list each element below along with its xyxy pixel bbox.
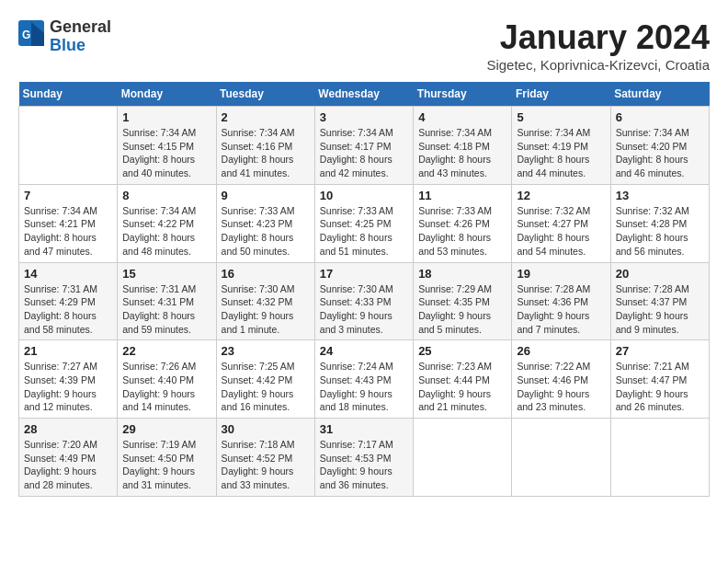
calendar-cell: 27Sunrise: 7:21 AMSunset: 4:47 PMDayligh…	[610, 340, 709, 419]
calendar-cell: 2Sunrise: 7:34 AMSunset: 4:16 PMDaylight…	[216, 107, 314, 185]
calendar-body: 1Sunrise: 7:34 AMSunset: 4:15 PMDaylight…	[19, 107, 710, 497]
logo-general: General	[50, 18, 111, 37]
weekday-header: Wednesday	[314, 82, 413, 107]
weekday-header: Thursday	[414, 82, 512, 107]
cell-info: Sunrise: 7:33 AMSunset: 4:25 PMDaylight:…	[320, 204, 408, 259]
cell-info: Sunrise: 7:25 AMSunset: 4:42 PMDaylight:…	[222, 360, 310, 414]
calendar-cell: 13Sunrise: 7:32 AMSunset: 4:28 PMDayligh…	[610, 184, 709, 262]
day-number: 17	[320, 267, 408, 281]
calendar-cell: 3Sunrise: 7:34 AMSunset: 4:17 PMDaylight…	[314, 107, 413, 185]
calendar-week-row: 28Sunrise: 7:20 AMSunset: 4:49 PMDayligh…	[19, 419, 710, 497]
cell-info: Sunrise: 7:34 AMSunset: 4:20 PMDaylight:…	[616, 126, 704, 180]
calendar-cell: 18Sunrise: 7:29 AMSunset: 4:35 PMDayligh…	[414, 262, 512, 340]
cell-info: Sunrise: 7:17 AMSunset: 4:53 PMDaylight:…	[320, 438, 408, 492]
day-number: 31	[320, 422, 408, 436]
day-number: 5	[517, 110, 605, 124]
cell-info: Sunrise: 7:34 AMSunset: 4:17 PMDaylight:…	[320, 126, 408, 180]
calendar-cell: 24Sunrise: 7:24 AMSunset: 4:43 PMDayligh…	[314, 340, 413, 419]
day-number: 3	[320, 110, 408, 124]
calendar-cell: 9Sunrise: 7:33 AMSunset: 4:23 PMDaylight…	[216, 184, 314, 262]
month-title: January 2024	[486, 18, 710, 57]
logo-icon: G	[18, 20, 46, 52]
cell-info: Sunrise: 7:33 AMSunset: 4:26 PMDaylight:…	[418, 204, 506, 259]
cell-info: Sunrise: 7:34 AMSunset: 4:15 PMDaylight:…	[122, 126, 210, 180]
calendar-cell: 26Sunrise: 7:22 AMSunset: 4:46 PMDayligh…	[512, 340, 610, 419]
calendar-cell: 11Sunrise: 7:33 AMSunset: 4:26 PMDayligh…	[414, 184, 512, 262]
cell-info: Sunrise: 7:28 AMSunset: 4:37 PMDaylight:…	[616, 282, 704, 337]
cell-info: Sunrise: 7:20 AMSunset: 4:49 PMDaylight:…	[24, 438, 112, 492]
calendar-cell: 20Sunrise: 7:28 AMSunset: 4:37 PMDayligh…	[610, 262, 709, 340]
calendar-cell: 21Sunrise: 7:27 AMSunset: 4:39 PMDayligh…	[19, 340, 118, 419]
cell-info: Sunrise: 7:27 AMSunset: 4:39 PMDaylight:…	[24, 360, 112, 414]
day-number: 9	[222, 189, 310, 202]
weekday-header: Sunday	[19, 82, 118, 107]
calendar-cell: 28Sunrise: 7:20 AMSunset: 4:49 PMDayligh…	[19, 419, 118, 497]
weekday-header: Tuesday	[216, 82, 314, 107]
calendar-cell: 10Sunrise: 7:33 AMSunset: 4:25 PMDayligh…	[314, 184, 413, 262]
day-number: 15	[122, 267, 210, 281]
calendar-cell: 16Sunrise: 7:30 AMSunset: 4:32 PMDayligh…	[216, 262, 314, 340]
cell-info: Sunrise: 7:30 AMSunset: 4:33 PMDaylight:…	[320, 282, 408, 337]
calendar-cell: 8Sunrise: 7:34 AMSunset: 4:22 PMDaylight…	[118, 184, 216, 262]
calendar-cell: 1Sunrise: 7:34 AMSunset: 4:15 PMDaylight…	[118, 107, 216, 185]
cell-info: Sunrise: 7:33 AMSunset: 4:23 PMDaylight:…	[222, 204, 310, 259]
cell-info: Sunrise: 7:31 AMSunset: 4:29 PMDaylight:…	[24, 282, 112, 337]
cell-info: Sunrise: 7:29 AMSunset: 4:35 PMDaylight:…	[418, 282, 506, 337]
cell-info: Sunrise: 7:24 AMSunset: 4:43 PMDaylight:…	[320, 360, 408, 414]
title-block: January 2024 Sigetec, Koprivnica-Krizevc…	[486, 18, 710, 73]
calendar-week-row: 7Sunrise: 7:34 AMSunset: 4:21 PMDaylight…	[19, 184, 710, 262]
calendar-cell: 22Sunrise: 7:26 AMSunset: 4:40 PMDayligh…	[118, 340, 216, 419]
calendar-week-row: 14Sunrise: 7:31 AMSunset: 4:29 PMDayligh…	[19, 262, 710, 340]
day-number: 11	[418, 189, 506, 202]
day-number: 18	[418, 267, 506, 281]
day-number: 29	[122, 422, 210, 436]
calendar-cell: 29Sunrise: 7:19 AMSunset: 4:50 PMDayligh…	[118, 419, 216, 497]
day-number: 20	[616, 267, 704, 281]
cell-info: Sunrise: 7:19 AMSunset: 4:50 PMDaylight:…	[122, 438, 210, 492]
cell-info: Sunrise: 7:32 AMSunset: 4:27 PMDaylight:…	[517, 204, 605, 259]
calendar-week-row: 21Sunrise: 7:27 AMSunset: 4:39 PMDayligh…	[19, 340, 710, 419]
day-number: 19	[517, 267, 605, 281]
header-row: SundayMondayTuesdayWednesdayThursdayFrid…	[19, 82, 710, 107]
cell-info: Sunrise: 7:34 AMSunset: 4:19 PMDaylight:…	[517, 126, 605, 180]
cell-info: Sunrise: 7:30 AMSunset: 4:32 PMDaylight:…	[222, 282, 310, 337]
logo-blue: Blue	[50, 37, 111, 55]
calendar-cell: 12Sunrise: 7:32 AMSunset: 4:27 PMDayligh…	[512, 184, 610, 262]
cell-info: Sunrise: 7:23 AMSunset: 4:44 PMDaylight:…	[418, 360, 506, 414]
day-number: 30	[222, 422, 310, 436]
calendar-table: SundayMondayTuesdayWednesdayThursdayFrid…	[18, 82, 710, 497]
cell-info: Sunrise: 7:34 AMSunset: 4:21 PMDaylight:…	[24, 204, 112, 259]
day-number: 2	[222, 110, 310, 124]
weekday-header: Friday	[512, 82, 610, 107]
calendar-cell: 30Sunrise: 7:18 AMSunset: 4:52 PMDayligh…	[216, 419, 314, 497]
weekday-header: Saturday	[610, 82, 709, 107]
calendar-cell: 6Sunrise: 7:34 AMSunset: 4:20 PMDaylight…	[610, 107, 709, 185]
day-number: 6	[616, 110, 704, 124]
day-number: 10	[320, 189, 408, 202]
weekday-header: Monday	[118, 82, 216, 107]
calendar-cell: 17Sunrise: 7:30 AMSunset: 4:33 PMDayligh…	[314, 262, 413, 340]
svg-text:G: G	[22, 29, 30, 41]
logo: G General Blue	[18, 18, 111, 55]
day-number: 7	[24, 189, 112, 202]
day-number: 12	[517, 189, 605, 202]
cell-info: Sunrise: 7:34 AMSunset: 4:18 PMDaylight:…	[418, 126, 506, 180]
day-number: 4	[418, 110, 506, 124]
calendar-cell: 5Sunrise: 7:34 AMSunset: 4:19 PMDaylight…	[512, 107, 610, 185]
day-number: 22	[122, 344, 210, 358]
logo-text: General Blue	[50, 18, 111, 55]
day-number: 13	[616, 189, 704, 202]
day-number: 26	[517, 344, 605, 358]
day-number: 1	[122, 110, 210, 124]
calendar-cell: 14Sunrise: 7:31 AMSunset: 4:29 PMDayligh…	[19, 262, 118, 340]
calendar-cell: 25Sunrise: 7:23 AMSunset: 4:44 PMDayligh…	[414, 340, 512, 419]
cell-info: Sunrise: 7:32 AMSunset: 4:28 PMDaylight:…	[616, 204, 704, 259]
calendar-cell: 4Sunrise: 7:34 AMSunset: 4:18 PMDaylight…	[414, 107, 512, 185]
calendar-cell: 19Sunrise: 7:28 AMSunset: 4:36 PMDayligh…	[512, 262, 610, 340]
day-number: 23	[222, 344, 310, 358]
calendar-cell: 23Sunrise: 7:25 AMSunset: 4:42 PMDayligh…	[216, 340, 314, 419]
day-number: 8	[122, 189, 210, 202]
calendar-cell: 15Sunrise: 7:31 AMSunset: 4:31 PMDayligh…	[118, 262, 216, 340]
location: Sigetec, Koprivnica-Krizevci, Croatia	[486, 57, 710, 73]
calendar-cell	[414, 419, 512, 497]
